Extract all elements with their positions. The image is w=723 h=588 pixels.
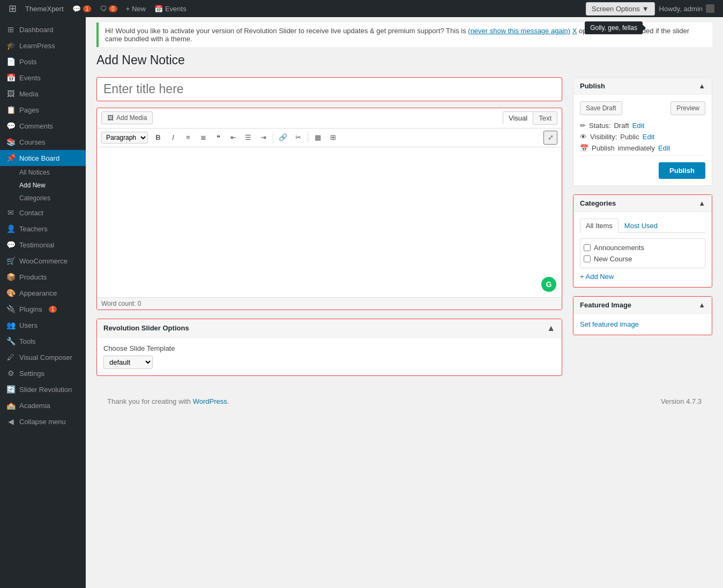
visibility-value: Public [620, 133, 639, 141]
sidebar-item-pages[interactable]: 📋 Pages [0, 102, 86, 118]
categories-metabox-body: All Items Most Used Announcements New Co… [573, 212, 712, 287]
wp-logo-icon[interactable]: ⊞ [4, 3, 21, 14]
sidebar-item-posts[interactable]: 📄 Posts [0, 54, 86, 70]
slide-template-select[interactable]: default template1 template2 [103, 356, 153, 369]
close-notice-link[interactable]: X [572, 27, 577, 35]
publish-title: Publish [580, 82, 605, 90]
comments-icon: 💬 [6, 122, 15, 130]
users-icon: 👥 [6, 321, 15, 329]
ordered-list-button[interactable]: ≣ [196, 131, 210, 145]
sidebar-item-visual-composer[interactable]: 🖊 Visual Composer [0, 349, 86, 365]
publish-actions: Save Draft Preview [580, 101, 705, 115]
unordered-list-button[interactable]: ≡ [181, 131, 195, 145]
revolution-slider-metabox-body: Choose Slide Template default template1 … [97, 338, 562, 375]
collapse-icon: ◀ [6, 417, 15, 426]
editor-container: 🖼 Add Media Visual Text Paragraph [96, 108, 562, 310]
sidebar-item-academia[interactable]: 🏫 Academia [0, 397, 86, 413]
sidebar-item-tools[interactable]: 🔧 Tools [0, 333, 86, 349]
submenu-all-notices[interactable]: All Notices [0, 166, 86, 179]
footer-thank-you: Thank you for creating with WordPress. [107, 397, 229, 405]
sidebar-item-learnpress[interactable]: 🎓 LearnPress [0, 37, 86, 54]
sidebar-item-users[interactable]: 👥 Users [0, 317, 86, 333]
italic-button[interactable]: I [166, 131, 180, 145]
category-label-announcements: Announcements [594, 244, 644, 252]
wordpress-link[interactable]: WordPress [193, 397, 227, 405]
add-media-button[interactable]: 🖼 Add Media [101, 111, 153, 124]
publish-time-edit-link[interactable]: Edit [658, 144, 670, 152]
sidebar-item-events[interactable]: 📅 Events [0, 70, 86, 86]
categories-title: Categories [580, 199, 616, 207]
sidebar-item-products[interactable]: 📦 Products [0, 269, 86, 285]
editor-expand-button[interactable]: ⤢ [543, 131, 557, 145]
posts-icon: 📄 [6, 57, 15, 66]
sidebar-item-media[interactable]: 🖼 Media [0, 86, 86, 102]
remove-link-button[interactable]: ✂ [291, 131, 305, 145]
visibility-edit-link[interactable]: Edit [643, 133, 654, 141]
site-name-link[interactable]: ThemeXpert [21, 5, 68, 13]
preview-button[interactable]: Preview [670, 101, 705, 115]
featured-image-title: Featured Image [580, 301, 631, 309]
sidebar-item-testimonial[interactable]: 💬 Testimonial [0, 237, 86, 253]
sidebar-item-dashboard[interactable]: ⊞ Dashboard [0, 21, 86, 37]
admin-bar: ⊞ ThemeXpert 💬 1 🗨 0 + New 📅 Events Goll… [0, 0, 723, 17]
sidebar-item-courses[interactable]: 📚 Courses [0, 134, 86, 150]
sidebar-item-plugins[interactable]: 🔌 Plugins 1 [0, 301, 86, 317]
sidebar-item-appearance[interactable]: 🎨 Appearance [0, 285, 86, 301]
sidebar-item-notice-board[interactable]: 📌 Notice Board [0, 150, 86, 166]
submenu-add-new[interactable]: Add New [0, 179, 86, 192]
publish-time-row: 📅 Publish immediately Edit [580, 144, 705, 152]
revolution-slider-metabox: Revolution Slider Options ▲ Choose Slide… [96, 319, 562, 376]
comments-count: 1 [83, 5, 92, 12]
align-right-button[interactable]: ⇥ [256, 131, 270, 145]
category-checkbox-new-course[interactable] [584, 255, 591, 262]
woocommerce-icon: 🛒 [6, 257, 15, 265]
plugins-badge: 1 [49, 306, 57, 313]
comments-link[interactable]: 💬 1 [68, 5, 96, 13]
pencil-icon: ✏ [580, 122, 586, 130]
table-insert-button[interactable]: ▦ [311, 131, 325, 145]
align-left-button[interactable]: ⇤ [226, 131, 240, 145]
sidebar-item-contact[interactable]: ✉ Contact [0, 205, 86, 221]
editor-body[interactable]: G [97, 147, 562, 297]
sidebar-item-woocommerce[interactable]: 🛒 WooCommerce [0, 253, 86, 269]
add-new-category-link[interactable]: + Add New [580, 273, 614, 281]
messages-link[interactable]: 🗨 0 [95, 5, 122, 13]
publish-time-value: immediately [618, 144, 655, 152]
golly-tooltip: Golly, gee, fellas [585, 21, 643, 34]
post-title-input[interactable] [96, 77, 562, 101]
tab-visual[interactable]: Visual [503, 111, 533, 125]
blockquote-button[interactable]: ❝ [211, 131, 225, 145]
revolution-slider-metabox-header[interactable]: Revolution Slider Options ▲ [97, 319, 562, 338]
testimonial-icon: 💬 [6, 240, 15, 249]
new-content-link[interactable]: + New [122, 5, 150, 13]
bold-button[interactable]: B [151, 131, 165, 145]
category-checkbox-announcements[interactable] [584, 244, 591, 251]
never-show-again-link[interactable]: (never show this message again) [468, 27, 570, 35]
learnpress-icon: 🎓 [6, 41, 15, 50]
metabox-toggle-icon: ▲ [547, 323, 555, 333]
featured-image-chevron-icon: ▲ [698, 301, 705, 309]
tab-all-items[interactable]: All Items [580, 218, 618, 233]
sidebar-item-collapse-menu[interactable]: ◀ Collapse menu [0, 413, 86, 429]
sidebar-item-teachers[interactable]: 👤 Teachers [0, 221, 86, 237]
set-featured-image-link[interactable]: Set featured image [580, 320, 639, 328]
tab-most-used[interactable]: Most Used [618, 218, 664, 233]
insert-link-button[interactable]: 🔗 [276, 131, 290, 145]
publish-button[interactable]: Publish [659, 162, 705, 179]
featured-image-metabox-body: Set featured image [573, 314, 712, 335]
align-center-button[interactable]: ☰ [241, 131, 255, 145]
publish-metabox-header: Publish ▲ [573, 78, 712, 95]
status-edit-link[interactable]: Edit [632, 122, 644, 130]
format-select[interactable]: Paragraph [101, 132, 148, 144]
featured-image-metabox-header: Featured Image ▲ [573, 297, 712, 314]
sidebar-item-slider-revolution[interactable]: 🔄 Slider Revolution [0, 381, 86, 397]
sidebar-item-comments[interactable]: 💬 Comments [0, 118, 86, 134]
table-options-button[interactable]: ⊞ [326, 131, 340, 145]
events-link[interactable]: 📅 Events [150, 5, 191, 13]
admin-sidebar: ⊞ Dashboard 🎓 LearnPress 📄 Posts 📅 Event… [0, 17, 86, 588]
tab-text[interactable]: Text [533, 111, 557, 125]
submenu-categories[interactable]: Categories [0, 192, 86, 205]
screen-options-button[interactable]: Screen Options ▼ [586, 2, 654, 16]
save-draft-button[interactable]: Save Draft [580, 101, 622, 115]
sidebar-item-settings[interactable]: ⚙ Settings [0, 365, 86, 381]
